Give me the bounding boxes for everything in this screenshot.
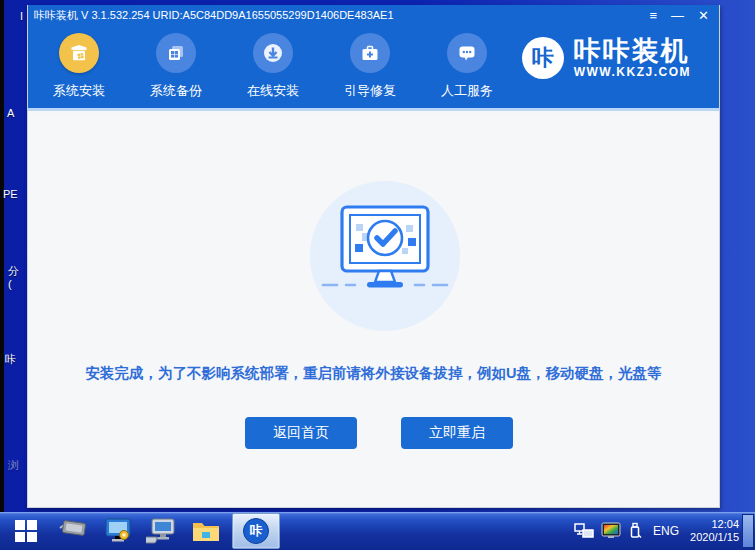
backup-icon — [156, 33, 196, 73]
desktop-icon-label: 浏 — [8, 458, 19, 473]
nav-item-system-backup[interactable]: 系统备份 — [131, 33, 221, 100]
completion-message: 安装完成，为了不影响系统部署，重启前请将外接设备拔掉，例如U盘，移动硬盘，光盘等 — [28, 364, 719, 383]
brand-name: 咔咔装机 — [574, 37, 691, 65]
taskbar-chip-app-icon[interactable] — [52, 512, 96, 550]
clock-time: 12:04 — [711, 518, 739, 530]
nav-item-system-install[interactable]: 系统安装 — [34, 33, 124, 100]
screen-left-edge — [0, 0, 4, 550]
taskbar-security-monitor-icon[interactable] — [96, 512, 140, 550]
close-icon[interactable]: ✕ — [698, 9, 709, 22]
window-title: 咔咔装机 V 3.1.532.254 URID:A5C84DD9A1655055… — [34, 8, 650, 23]
taskbar-computer-icon[interactable] — [140, 512, 184, 550]
menu-icon[interactable]: ≡ — [650, 9, 658, 22]
system-tray: ENG 12:04 2020/1/15 — [574, 512, 739, 550]
download-icon — [253, 33, 293, 73]
content-area: 安装完成，为了不影响系统部署，重启前请将外接设备拔掉，例如U盘，移动硬盘，光盘等… — [28, 114, 719, 507]
language-indicator[interactable]: ENG — [653, 524, 679, 538]
start-button[interactable] — [0, 512, 52, 550]
desktop-icon-label: ( — [8, 278, 12, 290]
desktop: I A PE 分 ( 咔 浏 咔咔装机 V 3.1.532.254 URID:A… — [0, 0, 755, 550]
show-desktop-button[interactable] — [742, 514, 754, 548]
action-buttons: 返回首页 立即重启 — [28, 417, 719, 449]
nav-item-label: 在线安装 — [247, 82, 299, 100]
desktop-icon-label: 咔 — [5, 352, 16, 367]
return-home-button[interactable]: 返回首页 — [245, 417, 357, 449]
display-settings-icon[interactable] — [601, 522, 621, 540]
taskbar-clock[interactable]: 12:04 2020/1/15 — [690, 518, 739, 544]
nav-item-label: 系统安装 — [53, 82, 105, 100]
minimize-icon[interactable]: — — [671, 9, 684, 22]
desktop-icon-label: A — [7, 107, 14, 119]
brand-site: WWW.KKZJ.COM — [574, 65, 691, 79]
chat-bubble-icon — [447, 33, 487, 73]
install-box-icon — [59, 33, 99, 73]
desktop-icon-label: I — [20, 10, 23, 22]
desktop-icon-label: PE — [3, 188, 18, 200]
restart-now-button[interactable]: 立即重启 — [401, 417, 513, 449]
repair-toolbox-icon — [350, 33, 390, 73]
installer-window: 咔咔装机 V 3.1.532.254 URID:A5C84DD9A1655055… — [27, 5, 720, 508]
network-icon[interactable] — [574, 522, 594, 540]
taskbar: 咔 — [0, 512, 755, 550]
kaka-app-icon: 咔 — [243, 518, 269, 544]
nav-item-label: 系统备份 — [150, 82, 202, 100]
nav-item-online-install[interactable]: 在线安装 — [228, 33, 318, 100]
nav-item-boot-repair[interactable]: 引导修复 — [325, 33, 415, 100]
taskbar-folder-icon[interactable] — [184, 512, 228, 550]
usb-device-icon[interactable] — [628, 522, 642, 540]
monitor-check-icon — [305, 176, 465, 336]
nav-item-label: 人工服务 — [441, 82, 493, 100]
nav-item-label: 引导修复 — [344, 82, 396, 100]
taskbar-kaka-app-button[interactable]: 咔 — [232, 513, 280, 549]
install-complete-illustration — [305, 176, 465, 336]
windows-logo-icon — [15, 520, 37, 542]
brand-badge-icon: 咔 — [522, 37, 564, 79]
nav-item-support[interactable]: 人工服务 — [422, 33, 512, 100]
desktop-icon-label: 分 — [8, 264, 19, 279]
brand-logo: 咔 咔咔装机 WWW.KKZJ.COM — [522, 37, 691, 79]
titlebar: 咔咔装机 V 3.1.532.254 URID:A5C84DD9A1655055… — [28, 5, 719, 25]
clock-date: 2020/1/15 — [690, 531, 739, 543]
